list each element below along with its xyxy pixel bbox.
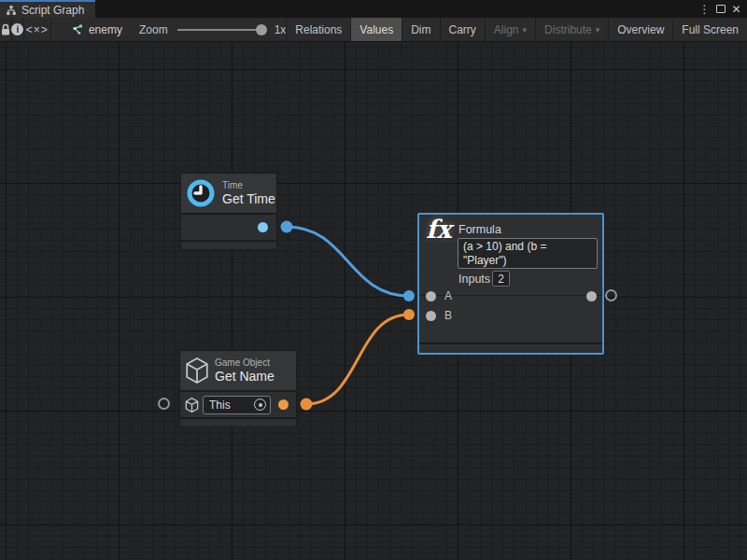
object-picker-icon[interactable]	[254, 399, 266, 411]
node-title: Get Time	[222, 191, 275, 206]
lock-icon	[0, 23, 11, 36]
graph-name: enemy	[89, 23, 122, 36]
node-category: Time	[222, 180, 275, 191]
carry-button[interactable]: Carry	[441, 18, 485, 41]
zoom-control: Zoom 1x	[139, 18, 286, 41]
chevron-down-icon: ▾	[523, 25, 528, 35]
port-label-b: B	[444, 309, 452, 322]
target-value: This	[204, 399, 254, 412]
overview-button[interactable]: Overview	[609, 18, 672, 41]
node-title: Formula	[458, 223, 501, 236]
align-dropdown[interactable]: Align ▾	[486, 18, 535, 41]
node-get-time[interactable]: Time Get Time	[180, 173, 277, 250]
lock-button[interactable]	[0, 18, 11, 41]
graph-canvas[interactable]: Time Get Time fx Formula (a > 10) and (b…	[0, 42, 747, 560]
node-category: Game Object	[215, 357, 275, 369]
output-port-name[interactable]	[278, 399, 289, 410]
formula-expression-field[interactable]: (a > 10) and (b = "Player")	[458, 238, 598, 269]
graph-hierarchy-icon	[6, 5, 17, 16]
breadcrumb-graph-enemy[interactable]: enemy	[71, 18, 122, 41]
relations-button[interactable]: Relations	[287, 18, 350, 41]
wire-endpoint	[301, 399, 313, 411]
wire-get-time-to-formula-a	[287, 227, 409, 296]
values-button[interactable]: Values	[351, 18, 402, 41]
dim-button[interactable]: Dim	[402, 18, 439, 41]
wire-endpoint	[403, 309, 415, 320]
zoom-slider-track[interactable]	[177, 29, 260, 31]
close-icon[interactable]: ✕	[728, 0, 744, 18]
zoom-value: 1x	[275, 23, 287, 36]
zoom-slider-handle[interactable]	[256, 24, 267, 35]
formula-fx-icon: fx	[426, 215, 452, 244]
distribute-dropdown[interactable]: Distribute ▾	[536, 18, 608, 41]
port-label-a: A	[444, 289, 452, 302]
embed-button[interactable]: <×>	[24, 18, 50, 41]
info-icon: i	[11, 23, 23, 35]
wire-endpoint	[281, 221, 293, 233]
game-object-icon	[185, 398, 199, 413]
target-object-field[interactable]: This	[203, 396, 271, 414]
window-controls: ⋮ ✕	[697, 0, 744, 18]
input-port-a[interactable]	[426, 291, 436, 301]
inputs-count-field[interactable]: 2	[492, 271, 510, 287]
tab-script-graph[interactable]: Script Graph	[0, 0, 95, 18]
wire-get-name-to-formula-b	[306, 315, 409, 404]
inspect-button[interactable]: i	[11, 18, 23, 41]
window-menu-icon[interactable]: ⋮	[697, 0, 712, 18]
output-port-time[interactable]	[258, 222, 268, 232]
maximize-icon[interactable]	[712, 0, 728, 18]
inputs-label: Inputs	[458, 273, 490, 286]
zoom-slider[interactable]	[177, 18, 267, 42]
output-port-unconnected[interactable]	[605, 289, 617, 301]
node-title: Get Name	[215, 369, 275, 384]
graph-toolbar: i <×> enemy Zoom 1x Relations Values Dim…	[0, 18, 747, 42]
wire-endpoint	[403, 290, 415, 301]
full-screen-button[interactable]: Full Screen	[673, 18, 747, 41]
toolbar-buttons: Relations Values Dim Carry Align ▾ Distr…	[286, 18, 747, 41]
node-formula[interactable]: fx Formula (a > 10) and (b = "Player") I…	[417, 213, 604, 355]
chevron-down-icon: ▾	[596, 25, 600, 35]
embed-icon: <×>	[26, 23, 49, 36]
time-icon	[186, 178, 216, 208]
game-object-icon	[185, 357, 209, 384]
tab-title: Script Graph	[21, 4, 84, 17]
zoom-label: Zoom	[139, 23, 168, 36]
title-bar: Script Graph ⋮ ✕	[0, 0, 747, 18]
node-get-name[interactable]: Game Object Get Name This	[179, 350, 297, 427]
output-port-result[interactable]	[586, 291, 597, 301]
input-port-target-unconnected[interactable]	[158, 398, 170, 410]
script-graph-icon	[71, 23, 83, 35]
input-port-b[interactable]	[426, 311, 436, 321]
wires-layer	[0, 42, 747, 560]
